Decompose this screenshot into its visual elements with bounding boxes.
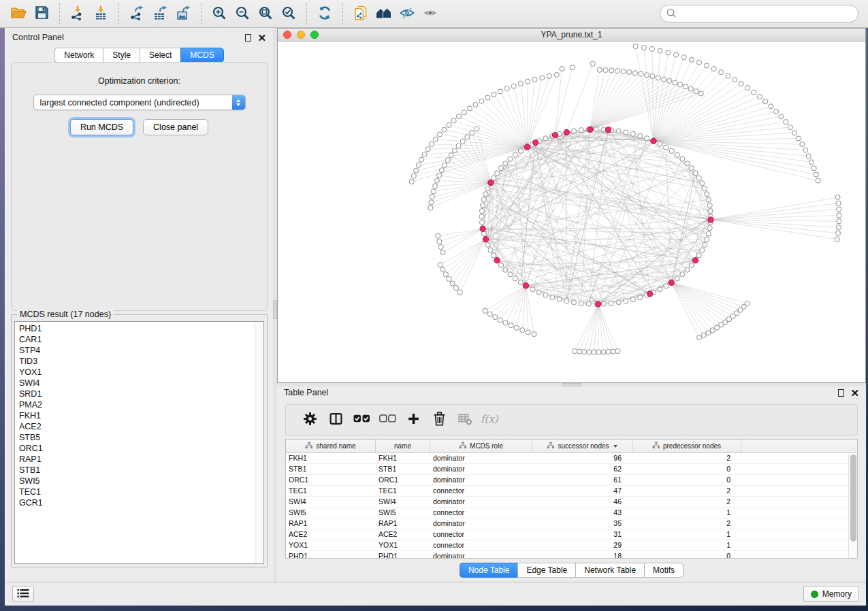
export-network-button[interactable]	[125, 2, 148, 25]
table-cell[interactable]: STB1	[376, 464, 430, 474]
table-cell[interactable]: STB1	[286, 464, 376, 474]
table-cell[interactable]: dominator	[430, 475, 532, 485]
export-image-button[interactable]	[172, 2, 195, 25]
network-window-titlebar[interactable]: YPA_prune.txt_1	[278, 29, 865, 42]
table-cell[interactable]: 46	[532, 497, 632, 507]
table-cell[interactable]: SWI4	[286, 497, 376, 507]
table-cell[interactable]: connector	[430, 529, 532, 540]
refresh-layout-button[interactable]	[313, 2, 336, 25]
table-cell[interactable]: YOX1	[376, 540, 430, 550]
table-cell[interactable]: 1	[632, 529, 741, 540]
tab-node-table[interactable]: Node Table	[460, 563, 518, 578]
table-row[interactable]: TEC1TEC1connector472	[286, 486, 857, 497]
table-cell[interactable]: dominator	[430, 497, 532, 507]
result-item[interactable]: YOX1	[19, 367, 263, 378]
table-cell[interactable]: RAP1	[286, 518, 376, 529]
tab-edge-table[interactable]: Edge Table	[517, 563, 575, 578]
table-row[interactable]: SWI5SWI5connector431	[286, 508, 857, 518]
save-session-button[interactable]	[30, 2, 53, 25]
table-cell[interactable]: connector	[430, 540, 532, 550]
result-item[interactable]: STB1	[19, 465, 263, 476]
table-row[interactable]: FKH1FKH1dominator962	[286, 453, 857, 464]
float-panel-icon[interactable]	[245, 34, 251, 42]
result-item[interactable]: PHD1	[19, 323, 263, 334]
table-cell[interactable]: ORC1	[286, 475, 376, 485]
hide-selected-button[interactable]	[396, 2, 419, 25]
result-item[interactable]: PMA2	[19, 399, 263, 410]
table-row[interactable]: STB1STB1dominator620	[286, 464, 857, 475]
table-cell[interactable]: ORC1	[376, 475, 430, 485]
memory-button[interactable]: Memory	[803, 586, 859, 602]
table-cell[interactable]: dominator	[430, 464, 532, 474]
tab-network[interactable]: Network	[54, 48, 103, 63]
table-cell[interactable]: RAP1	[376, 518, 430, 529]
table-cell[interactable]: ACE2	[376, 529, 430, 540]
network-graph[interactable]	[278, 42, 865, 382]
column-header-name[interactable]: name	[376, 440, 430, 452]
tab-motifs[interactable]: Motifs	[644, 563, 684, 578]
table-cell[interactable]: SWI5	[286, 508, 376, 518]
result-item[interactable]: ORC1	[19, 443, 263, 454]
network-view-canvas[interactable]	[278, 42, 865, 382]
table-cell[interactable]: 62	[532, 464, 632, 474]
tab-select[interactable]: Select	[140, 48, 180, 63]
result-item[interactable]: ACE2	[19, 421, 263, 432]
table-cell[interactable]: 96	[532, 453, 632, 463]
zoom-in-button[interactable]	[208, 2, 231, 25]
result-item[interactable]: SRD1	[19, 389, 263, 399]
table-cell[interactable]: PHD1	[286, 551, 376, 559]
result-item[interactable]: TID3	[19, 356, 263, 367]
tab-mcds[interactable]: MCDS	[180, 48, 223, 63]
table-cell[interactable]: connector	[430, 508, 532, 518]
open-file-button[interactable]	[7, 2, 30, 25]
export-table-button[interactable]	[148, 2, 172, 25]
zoom-fit-button[interactable]	[254, 2, 277, 25]
table-cell[interactable]: 0	[632, 475, 741, 485]
result-item[interactable]: STP4	[19, 345, 263, 356]
delete-column-button[interactable]	[426, 408, 452, 432]
table-cell[interactable]: 0	[632, 551, 741, 559]
search-input[interactable]	[680, 9, 852, 18]
table-cell[interactable]: 2	[632, 497, 741, 507]
table-row[interactable]: ACE2ACE2connector311	[286, 529, 857, 540]
table-cell[interactable]: 18	[532, 551, 632, 559]
table-cell[interactable]: 61	[532, 475, 632, 485]
table-cell[interactable]: TEC1	[286, 486, 376, 496]
close-panel-icon[interactable]: ✕	[257, 34, 266, 42]
table-cell[interactable]: 2	[632, 486, 741, 496]
table-cell[interactable]: PHD1	[376, 551, 430, 559]
close-panel-button[interactable]: Close panel	[143, 119, 208, 135]
table-cell[interactable]: 31	[532, 529, 632, 540]
optimization-criterion-dropdown[interactable]: largest connected component (undirected)	[33, 95, 246, 110]
toggle-column-panel-button[interactable]	[323, 408, 349, 432]
column-header-MCDS-role[interactable]: MCDS role	[430, 440, 532, 452]
table-cell[interactable]: 1	[632, 508, 741, 518]
table-cell[interactable]: TEC1	[376, 486, 430, 496]
import-network-button[interactable]	[66, 2, 89, 25]
table-row[interactable]: SWI4SWI4dominator462	[286, 497, 857, 508]
table-cell[interactable]: 29	[532, 540, 632, 550]
result-item[interactable]: SWI4	[19, 378, 263, 389]
table-cell[interactable]: SWI4	[376, 497, 430, 507]
table-cell[interactable]: 43	[532, 508, 632, 518]
add-column-button[interactable]	[400, 408, 426, 432]
result-item[interactable]: TEC1	[19, 486, 263, 497]
node-table-scrollbar-thumb[interactable]	[850, 455, 856, 542]
result-item[interactable]: STB5	[19, 432, 263, 443]
table-row[interactable]: RAP1RAP1dominator352	[286, 518, 857, 529]
vertical-splitter[interactable]	[273, 28, 277, 582]
result-item[interactable]: CAR1	[19, 334, 263, 345]
table-cell[interactable]: SWI5	[376, 508, 430, 518]
table-row[interactable]: ORC1ORC1dominator610	[286, 475, 857, 486]
vertical-splitter-grip[interactable]	[273, 300, 277, 319]
table-cell[interactable]: 2	[632, 518, 741, 529]
tab-style[interactable]: Style	[103, 48, 140, 63]
horizontal-splitter[interactable]	[277, 383, 866, 386]
first-neighbors-button[interactable]	[372, 2, 396, 25]
run-mcds-button[interactable]: Run MCDS	[70, 119, 133, 135]
result-list-scrollbar[interactable]	[255, 322, 263, 563]
result-item[interactable]: RAP1	[19, 454, 263, 465]
result-item[interactable]: FKH1	[19, 410, 263, 421]
table-cell[interactable]: FKH1	[376, 453, 430, 463]
close-table-panel-icon[interactable]: ✕	[850, 389, 859, 397]
